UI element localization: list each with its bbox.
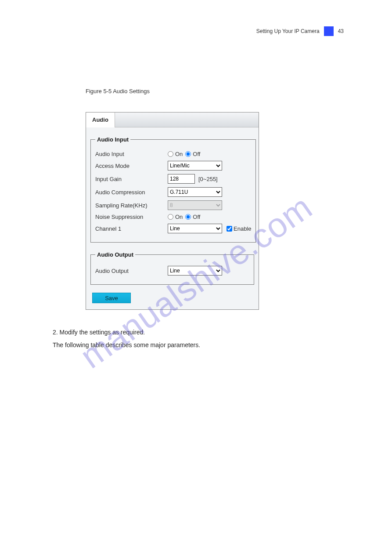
audio-input-group: Audio Input Audio Input On Off Access Mo… xyxy=(90,136,256,243)
step-line: 2. Modify the settings as required. xyxy=(53,327,320,338)
page-header: Setting Up Your IP Camera 43 xyxy=(256,26,344,36)
figure-caption: Figure 5-5 Audio Settings xyxy=(86,88,150,94)
noise-off[interactable]: Off xyxy=(185,214,200,220)
header-text: Setting Up Your IP Camera xyxy=(256,28,320,34)
row-compression: Audio Compression G.711U xyxy=(95,187,251,197)
audio-output-group: Audio Output Audio Output Line xyxy=(90,251,254,285)
audio-input-on[interactable]: On xyxy=(168,151,183,157)
sampling-label: Sampling Rate(KHz) xyxy=(95,202,168,209)
row-noise: Noise Suppression On Off xyxy=(95,214,251,220)
channel1-label: Channel 1 xyxy=(95,225,168,232)
row-sampling: Sampling Rate(KHz) 8 xyxy=(95,200,251,210)
header-square-icon xyxy=(324,26,334,36)
enable-text: Enable xyxy=(234,225,251,232)
noise-on[interactable]: On xyxy=(168,214,183,220)
audio-panel: Audio Audio Input Audio Input On Off Acc… xyxy=(86,112,259,310)
body-text: 2. Modify the settings as required. The … xyxy=(53,325,320,352)
sampling-select: 8 xyxy=(168,200,222,210)
noise-on-text: On xyxy=(175,214,183,220)
audio-output-select[interactable]: Line xyxy=(168,266,222,276)
input-gain-field[interactable] xyxy=(168,174,195,184)
audio-input-label: Audio Input xyxy=(95,151,168,157)
row-channel1: Channel 1 Line Enable xyxy=(95,224,251,233)
save-button[interactable]: Save xyxy=(92,293,131,303)
radio-noise-on[interactable] xyxy=(168,214,173,220)
on-text: On xyxy=(175,151,183,157)
compression-label: Audio Compression xyxy=(95,189,168,196)
audio-output-label: Audio Output xyxy=(95,268,168,274)
channel1-select[interactable]: Line xyxy=(168,224,222,233)
access-mode-select[interactable]: Line/Mic xyxy=(168,161,222,170)
access-mode-label: Access Mode xyxy=(95,163,168,169)
radio-audio-input-off[interactable] xyxy=(185,151,191,157)
channel1-enable-checkbox[interactable] xyxy=(227,226,232,232)
noise-label: Noise Suppression xyxy=(95,214,168,220)
compression-select[interactable]: G.711U xyxy=(168,187,222,197)
channel1-enable[interactable]: Enable xyxy=(227,225,251,232)
row-audio-output: Audio Output Line xyxy=(95,266,249,276)
noise-off-text: Off xyxy=(193,214,200,220)
row-access-mode: Access Mode Line/Mic xyxy=(95,161,251,170)
radio-noise-off[interactable] xyxy=(185,214,191,220)
tab-audio[interactable]: Audio xyxy=(86,112,115,127)
page-number: 43 xyxy=(338,28,344,34)
audio-input-legend: Audio Input xyxy=(95,136,130,143)
row-input-gain: Input Gain [0~255] xyxy=(95,174,251,184)
input-gain-label: Input Gain xyxy=(95,176,168,182)
off-text: Off xyxy=(193,151,200,157)
tab-bar: Audio xyxy=(86,112,259,127)
radio-audio-input-on[interactable] xyxy=(168,151,173,157)
desc-line: The following table describes some major… xyxy=(53,340,320,351)
audio-input-off[interactable]: Off xyxy=(185,151,200,157)
audio-output-legend: Audio Output xyxy=(95,251,135,258)
input-gain-range: [0~255] xyxy=(198,176,218,182)
row-audio-input: Audio Input On Off xyxy=(95,151,251,157)
